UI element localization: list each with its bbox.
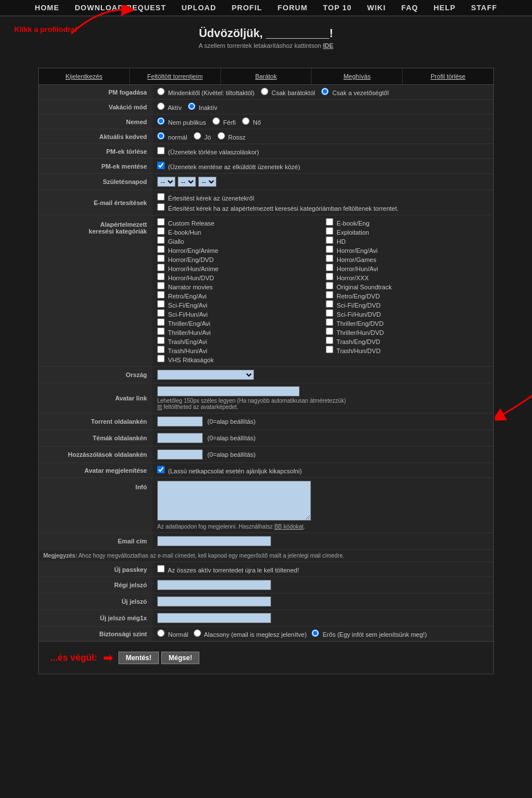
category-label[interactable]: Thriller/Hun/Avi xyxy=(157,328,211,336)
category-label[interactable]: Horror/XXX xyxy=(326,273,369,281)
category-label[interactable]: Sci-Fi/Hun/DVD xyxy=(326,309,381,318)
category-label[interactable]: Thriller/Eng/Avi xyxy=(157,318,210,327)
category-checkbox[interactable] xyxy=(157,245,165,253)
pm-csak-vezetoseg-radio[interactable] xyxy=(321,88,329,95)
category-label[interactable]: Horror/Eng/Avi xyxy=(326,245,378,254)
category-checkbox[interactable] xyxy=(157,337,165,344)
category-checkbox[interactable] xyxy=(326,318,333,326)
pm-csak-baratoktol-radio[interactable] xyxy=(261,88,268,95)
email-cim-input[interactable] xyxy=(157,536,271,546)
vakacio-inaktiv-radio[interactable] xyxy=(188,103,195,110)
category-checkbox[interactable] xyxy=(157,309,165,317)
vakacio-aktiv-radio[interactable] xyxy=(157,103,165,110)
category-label[interactable]: Horror/Eng/DVD xyxy=(157,255,214,263)
tab-baratok[interactable]: Barátok xyxy=(221,68,312,84)
vakacio-aktiv-label[interactable]: Aktív xyxy=(157,104,183,111)
pm-torles-checkbox[interactable] xyxy=(157,147,165,154)
tab-meghivas[interactable]: Meghívás xyxy=(312,68,403,84)
category-checkbox[interactable] xyxy=(326,282,333,289)
bizt-alacsony-radio[interactable] xyxy=(194,629,201,637)
regi-jelszo-input[interactable] xyxy=(157,580,271,590)
email-notif1-label[interactable]: Értesítést kérek az üzenetekről xyxy=(157,193,489,202)
kedved-rossz-radio[interactable] xyxy=(218,132,225,140)
category-checkbox[interactable] xyxy=(326,328,333,335)
category-checkbox[interactable] xyxy=(326,309,333,317)
pm-mindenkitol-label[interactable]: Mindenkitől (Kivétel: tiltottaktól) xyxy=(157,89,256,96)
category-checkbox[interactable] xyxy=(326,255,333,262)
kedved-normal-label[interactable]: normál xyxy=(157,134,189,141)
category-label[interactable]: Narrator movies xyxy=(157,282,212,290)
kedved-rossz-label[interactable]: Rossz xyxy=(218,134,246,141)
category-label[interactable]: HD xyxy=(326,236,346,245)
category-checkbox[interactable] xyxy=(157,328,165,335)
category-checkbox[interactable] xyxy=(326,245,333,253)
nemed-nem-publikus-radio[interactable] xyxy=(157,117,165,125)
tab-kijelentkezes[interactable]: Kijelentkezés xyxy=(39,68,130,84)
category-label[interactable]: Retro/Eng/DVD xyxy=(326,291,380,300)
nav-home[interactable]: HOME xyxy=(35,3,59,12)
nemed-ferfi-radio[interactable] xyxy=(212,117,220,125)
category-label[interactable]: Horror/Hun/DVD xyxy=(157,273,214,281)
kedved-jo-radio[interactable] xyxy=(194,132,201,140)
info-textarea[interactable] xyxy=(157,481,311,521)
nav-faq[interactable]: FAQ xyxy=(401,3,418,12)
tab-feltoltott[interactable]: Feltöltött torrentjeim xyxy=(130,68,221,84)
category-checkbox[interactable] xyxy=(326,291,333,298)
vakacio-inaktiv-label[interactable]: Inaktív xyxy=(188,104,217,111)
category-label[interactable]: Sci-Fi/Eng/Avi xyxy=(157,300,207,309)
pm-mentes-checkbox[interactable] xyxy=(157,162,165,169)
nemed-no-radio[interactable] xyxy=(242,117,249,125)
hozzaszolas-oldalanken-input[interactable] xyxy=(157,449,203,460)
tab-profil-torles[interactable]: Profil törlése xyxy=(403,68,493,84)
category-checkbox[interactable] xyxy=(157,236,165,244)
category-label[interactable]: Horror/Games xyxy=(326,255,377,263)
category-label[interactable]: Horror/Hun/Anime xyxy=(157,264,219,272)
category-checkbox[interactable] xyxy=(326,273,333,280)
avatar-link-input[interactable] xyxy=(157,386,300,396)
nav-profil[interactable]: PROFIL xyxy=(232,3,263,12)
ide-link[interactable]: IDE xyxy=(323,42,333,49)
category-label[interactable]: Sci-Fi/Hun/Avi xyxy=(157,309,208,318)
pm-csak-vezetoseg-label[interactable]: Csak a vezetőségtől xyxy=(321,89,388,96)
nav-help[interactable]: HELP xyxy=(433,3,456,12)
category-label[interactable]: E-book/Eng xyxy=(326,218,370,227)
pm-torles-label[interactable]: (Üzenetek törlése válaszoláskor) xyxy=(157,149,259,155)
category-checkbox[interactable] xyxy=(326,337,333,344)
category-label[interactable]: Trash/Hun/Avi xyxy=(157,346,207,354)
category-checkbox[interactable] xyxy=(157,282,165,289)
category-checkbox[interactable] xyxy=(326,264,333,271)
temak-oldalanken-input[interactable] xyxy=(157,433,203,443)
category-checkbox[interactable] xyxy=(157,218,165,226)
nav-forum[interactable]: FORUM xyxy=(277,3,308,12)
category-label[interactable]: Sci-Fi/Eng/DVD xyxy=(326,300,380,309)
uj-jelszo-meg1x-input[interactable] xyxy=(157,613,271,623)
category-checkbox[interactable] xyxy=(157,227,165,235)
bizt-normal-radio[interactable] xyxy=(157,629,165,637)
nav-wiki[interactable]: WIKI xyxy=(367,3,386,12)
category-label[interactable]: Exploitation xyxy=(326,227,369,236)
category-label[interactable]: Original Soundtrack xyxy=(326,282,392,290)
category-label[interactable]: E-book/Hun xyxy=(157,227,201,236)
bb-kodok-link[interactable]: BB kódokat xyxy=(275,523,304,530)
avatar-itt-link[interactable]: Itt xyxy=(157,404,162,410)
uj-jelszo-input[interactable] xyxy=(157,596,271,607)
pm-csak-baratoktol-label[interactable]: Csak barátoktól xyxy=(261,89,317,96)
kedved-normal-radio[interactable] xyxy=(157,132,165,140)
email-notif1-checkbox[interactable] xyxy=(157,193,165,200)
category-label[interactable]: Trash/Hun/DVD xyxy=(326,346,380,354)
category-label[interactable]: Retro/Eng/Avi xyxy=(157,291,207,300)
orszag-select[interactable] xyxy=(157,370,254,380)
birthday-year-select[interactable]: -- xyxy=(198,177,216,187)
nav-upload[interactable]: UPLOAD xyxy=(182,3,216,12)
email-notif2-label[interactable]: Értesítést kérek ha az alapértelmezett k… xyxy=(157,203,489,212)
birthday-day-select[interactable]: -- xyxy=(157,177,175,187)
category-label[interactable]: Thriller/Hun/DVD xyxy=(326,328,384,336)
avatar-megjelenitese-label[interactable]: (Lassú netkapcsolat esetén ajánljuk kika… xyxy=(157,468,302,474)
nav-staff[interactable]: STAFF xyxy=(471,3,497,12)
pm-mentes-label[interactable]: (Üzenetek mentése az elküldött üzenetek … xyxy=(157,163,300,170)
category-label[interactable]: Custom Release xyxy=(157,218,214,227)
category-label[interactable]: Giallo xyxy=(157,236,184,245)
category-label[interactable]: VHS Ritkaságok xyxy=(157,355,214,363)
nemed-ferfi-label[interactable]: Férfi xyxy=(212,119,238,126)
passkey-checkbox[interactable] xyxy=(157,565,165,572)
